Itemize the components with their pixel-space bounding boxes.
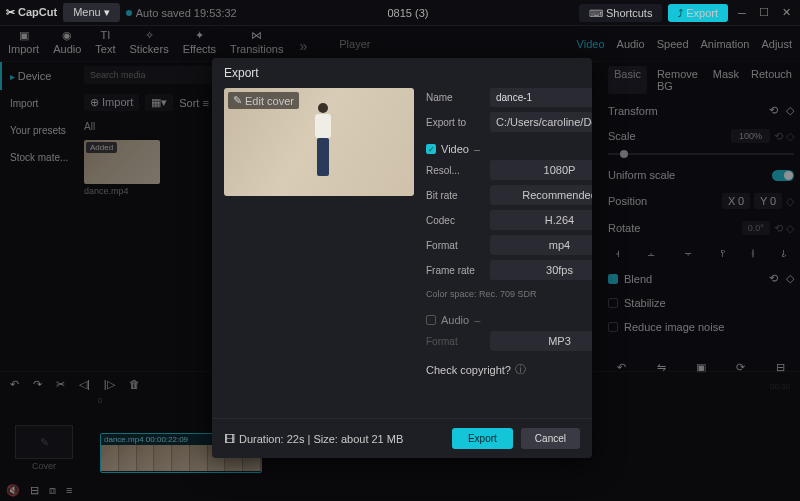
reset-icon[interactable]: ⟲ (769, 104, 778, 117)
scale-slider[interactable] (608, 153, 794, 155)
grid-view-icon[interactable]: ▦▾ (145, 94, 173, 111)
name-input[interactable] (490, 88, 592, 107)
cover-edit-icon[interactable]: ✎ (40, 436, 49, 449)
resolution-select[interactable]: 1080P (490, 160, 592, 180)
uniform-label: Uniform scale (608, 169, 675, 181)
app-logo: ✂ CapCut (6, 6, 57, 19)
properties-panel: Basic Remove BG Mask Retouch Transform⟲◇… (602, 58, 800, 397)
tab-speed[interactable]: Speed (657, 38, 689, 50)
audio-section-check[interactable] (426, 315, 436, 325)
tl-split-icon[interactable]: ✂ (56, 378, 65, 391)
maximize-icon[interactable]: ☐ (756, 5, 772, 21)
minimize-icon[interactable]: ─ (734, 5, 750, 21)
export-preview[interactable]: ✎Edit cover (224, 88, 414, 196)
subtab-basic[interactable]: Basic (608, 66, 647, 94)
nav-import[interactable]: Import (0, 90, 80, 117)
edit-cover-button[interactable]: ✎Edit cover (228, 92, 299, 109)
format-label: Format (426, 240, 482, 251)
tool-transitions[interactable]: ⋈Transitions (230, 28, 283, 55)
subtab-removebg[interactable]: Remove BG (655, 66, 703, 94)
import-media-button[interactable]: ⊕ Import (84, 94, 139, 111)
tool-more-icon[interactable]: » (299, 34, 307, 54)
cancel-button[interactable]: Cancel (521, 428, 580, 449)
align-top-icon[interactable]: ⫯ (720, 247, 726, 260)
title-bar: ✂ CapCut Menu ▾ Auto saved 19:53:32 0815… (0, 0, 800, 26)
colorspace-info: Color space: Rec. 709 SDR (426, 285, 592, 303)
tl-magnet-icon[interactable]: ⧈ (49, 484, 56, 497)
tab-video[interactable]: Video (577, 38, 605, 50)
audio-section-label: Audio (441, 314, 469, 326)
uniform-toggle[interactable] (772, 170, 794, 181)
sort-button[interactable]: Sort ≡ (179, 97, 209, 109)
align-bottom-icon[interactable]: ⫰ (781, 247, 787, 260)
nav-stock[interactable]: Stock mate... (0, 144, 80, 171)
pos-x[interactable]: X 0 (722, 193, 750, 209)
tl-fwd-icon[interactable]: |▷ (104, 378, 115, 391)
align-icons: ⫞⫠⫟⫯⫲⫰ (608, 241, 794, 266)
tool-stickers[interactable]: ✧Stickers (130, 28, 169, 55)
keyframe-icon[interactable]: ◇ (786, 104, 794, 117)
tab-audio[interactable]: Audio (617, 38, 645, 50)
exportto-path[interactable]: C:/Users/caroline/De...🗀 (490, 112, 592, 132)
subtab-retouch[interactable]: Retouch (749, 66, 794, 94)
exportto-label: Export to (426, 117, 482, 128)
blend-check[interactable] (608, 274, 618, 284)
align-left-icon[interactable]: ⫞ (615, 247, 621, 260)
media-clip[interactable]: Added dance.mp4 (84, 140, 160, 196)
tl-del-icon[interactable]: 🗑 (129, 378, 140, 390)
tool-effects[interactable]: ✦Effects (183, 28, 216, 55)
video-section-check[interactable]: ✓ (426, 144, 436, 154)
audio-format-label: Format (426, 336, 482, 347)
tl-undo-icon[interactable]: ↶ (10, 378, 19, 391)
noise-check[interactable] (608, 322, 618, 332)
align-right-icon[interactable]: ⫟ (683, 247, 694, 260)
format-select[interactable]: mp4 (490, 235, 592, 255)
nav-device[interactable]: ▸ Device (0, 62, 80, 90)
pencil-icon: ✎ (233, 94, 242, 107)
align-middle-icon[interactable]: ⫲ (751, 247, 755, 260)
export-button-top[interactable]: ⤴ Export (668, 4, 728, 22)
rotate-value[interactable]: 0.0° (742, 221, 770, 235)
tool-text[interactable]: TIText (95, 28, 115, 55)
info-icon[interactable]: ⓘ (515, 362, 526, 377)
codec-select[interactable]: H.264 (490, 210, 592, 230)
tl-opt-icon[interactable]: ≡ (66, 484, 72, 497)
nav-presets[interactable]: Your presets (0, 117, 80, 144)
tool-audio[interactable]: ◉Audio (53, 28, 81, 55)
framerate-select[interactable]: 30fps (490, 260, 592, 280)
align-center-icon[interactable]: ⫠ (646, 247, 657, 260)
copyright-label: Check copyright?ⓘ (426, 362, 526, 377)
stabilize-check[interactable] (608, 298, 618, 308)
name-label: Name (426, 92, 482, 103)
left-nav: ▸ Device Import Your presets Stock mate.… (0, 62, 80, 171)
video-section-label: Video (441, 143, 469, 155)
resolution-label: Resol... (426, 165, 482, 176)
pos-y[interactable]: Y 0 (754, 193, 782, 209)
audio-format-select: MP3 (490, 331, 592, 351)
tab-adjust[interactable]: Adjust (761, 38, 792, 50)
app-name: CapCut (18, 6, 57, 18)
timeline-cover[interactable]: ✎ Cover (6, 425, 82, 471)
film-icon: 🎞 (224, 433, 235, 445)
transform-label: Transform (608, 105, 658, 117)
tl-mute-icon[interactable]: 🔇 (6, 484, 20, 497)
subtab-mask[interactable]: Mask (711, 66, 741, 94)
inspector-tabs: Video Audio Speed Animation Adjust (577, 30, 792, 58)
shortcuts-button[interactable]: ⌨ Shortcuts (579, 4, 662, 22)
tl-lock-icon[interactable]: ⊟ (30, 484, 39, 497)
autosave-status: Auto saved 19:53:32 (126, 7, 237, 19)
codec-label: Codec (426, 215, 482, 226)
export-confirm-button[interactable]: Export (452, 428, 513, 449)
tl-redo-icon[interactable]: ↷ (33, 378, 42, 391)
bitrate-select[interactable]: Recommended (490, 185, 592, 205)
project-title: 0815 (3) (243, 7, 573, 19)
scale-value[interactable]: 100% (731, 129, 770, 143)
tool-import[interactable]: ▣Import (8, 28, 39, 55)
tl-back-icon[interactable]: ◁| (79, 378, 90, 391)
menu-button[interactable]: Menu ▾ (63, 3, 120, 22)
bitrate-label: Bit rate (426, 190, 482, 201)
export-dialog: Export ✎Edit cover Name Export toC:/User… (212, 58, 592, 458)
player-label: Player (339, 38, 370, 50)
tab-animation[interactable]: Animation (701, 38, 750, 50)
close-icon[interactable]: ✕ (778, 5, 794, 21)
